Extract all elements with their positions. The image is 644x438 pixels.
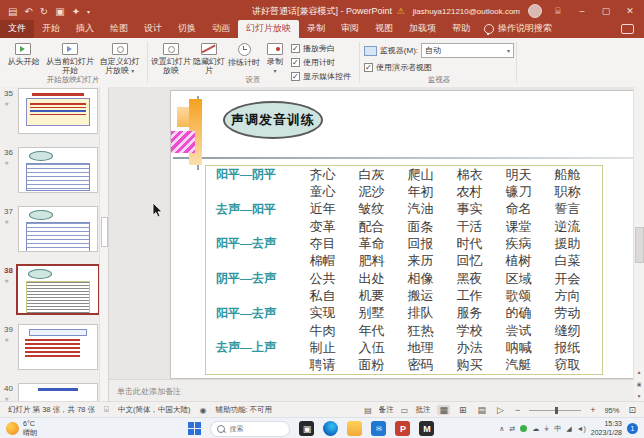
custom-slideshow-button[interactable]: 自定义幻灯片放映 ▾	[97, 41, 142, 75]
minimize-button[interactable]: –	[574, 6, 590, 16]
notes-pane[interactable]: 单击此处添加备注	[109, 379, 634, 402]
spell-check-icon[interactable]: ⌻	[104, 405, 109, 415]
record-button[interactable]: 录制▾	[263, 41, 287, 75]
powerpoint-taskbar-icon[interactable]: P	[395, 421, 410, 436]
mail-icon[interactable]: ✉	[371, 421, 386, 436]
slide-36-thumbnail[interactable]	[18, 147, 98, 193]
zoom-slider-thumb[interactable]	[555, 407, 558, 414]
word-cell: 棉衣	[445, 166, 494, 184]
security-icon[interactable]	[520, 425, 527, 432]
touch-mode-icon[interactable]: ✦	[72, 6, 80, 17]
tab-文件[interactable]: 文件	[0, 20, 34, 38]
scrollbar-thumb[interactable]	[635, 227, 644, 263]
comments-toggle[interactable]: 批注	[415, 405, 430, 415]
previous-slide-button[interactable]: ▲	[634, 369, 644, 375]
thumbnail-item: 38 ★	[0, 264, 108, 323]
close-button[interactable]: ✕	[622, 6, 638, 16]
reading-view-button[interactable]: ▤	[475, 405, 488, 415]
notes-toggle[interactable]: 备注	[379, 405, 394, 415]
rehearse-timings-button[interactable]: 排练计时	[227, 41, 261, 67]
hidden-icons-chevron-icon[interactable]: ∧	[499, 425, 504, 433]
tab-帮助[interactable]: 帮助	[444, 20, 478, 38]
network-icon[interactable]: ◢	[566, 425, 571, 433]
word-cell: 泥沙	[347, 183, 396, 201]
tab-插入[interactable]: 插入	[68, 20, 102, 38]
word-cell: 私自	[298, 287, 347, 305]
tab-视图[interactable]: 视图	[367, 20, 401, 38]
language-indicator[interactable]: 中文(简体，中国大陆)	[118, 405, 191, 415]
account-email[interactable]: jiashuya121210@outlook.com	[413, 7, 520, 16]
weather-widget[interactable]: 6°C 晴朗	[0, 420, 156, 436]
tab-审阅[interactable]: 审阅	[333, 20, 367, 38]
play-narrations-checkbox[interactable]: 播放旁白	[291, 43, 351, 54]
ribbon: 从头开始 从当前幻灯片开始 自定义幻灯片放映 ▾ 开始放映幻灯片	[0, 38, 644, 88]
word-cell: 来历	[396, 252, 445, 270]
notification-badge[interactable]: 1	[627, 423, 638, 434]
redo-icon[interactable]: ↻	[40, 6, 48, 17]
decoration-horizontal-line	[173, 157, 633, 159]
ime-indicator[interactable]: 中	[554, 424, 561, 434]
tab-动画[interactable]: 动画	[204, 20, 238, 38]
tell-me-search[interactable]: 操作说明搜索	[498, 22, 552, 35]
avatar[interactable]	[528, 4, 542, 18]
media-app-icon[interactable]: M	[419, 421, 434, 436]
volume-icon[interactable]: ◄)	[577, 425, 586, 432]
slide-40-thumbnail[interactable]	[18, 383, 98, 401]
microphone-icon[interactable]: ⏚	[544, 425, 549, 433]
tab-绘图[interactable]: 绘图	[102, 20, 136, 38]
restore-button[interactable]: ▢	[598, 6, 614, 16]
hide-slide-button[interactable]: 隐藏幻灯片	[193, 41, 225, 75]
from-current-slide-button[interactable]: 从当前幻灯片开始	[45, 41, 96, 75]
tab-设计[interactable]: 设计	[136, 20, 170, 38]
scrollbar-thumb[interactable]	[101, 217, 108, 247]
zoom-out-button[interactable]: −	[513, 405, 522, 415]
tone-table[interactable]: 阳平—阴平齐心白灰爬山棉衣明天船舱童心泥沙年初农村镰刀职称去声—阳平近年皱纹汽油…	[205, 165, 603, 375]
task-view-icon[interactable]: ▣	[299, 421, 314, 436]
tab-录制[interactable]: 录制	[299, 20, 333, 38]
tab-幻灯片放映[interactable]: 幻灯片放映	[238, 20, 299, 38]
tab-加载项[interactable]: 加载项	[401, 20, 444, 38]
edge-browser-icon[interactable]	[323, 421, 338, 436]
fit-to-window-button[interactable]: ⊡	[626, 405, 638, 415]
word-cell: 工作	[445, 287, 494, 305]
multitask-icon[interactable]: ⇄	[509, 425, 515, 433]
slide-38-thumbnail-selected[interactable]	[16, 264, 100, 315]
accessibility-status[interactable]: 辅助功能: 不可用	[215, 405, 272, 415]
slides-button[interactable]: ▣	[634, 381, 644, 387]
tab-切换[interactable]: 切换	[170, 20, 204, 38]
start-button[interactable]	[188, 422, 201, 435]
zoom-in-button[interactable]: +	[588, 405, 597, 415]
custom-show-icon	[112, 43, 128, 55]
thumbnail-item: 37 ★	[0, 205, 108, 264]
slide-canvas[interactable]: 声调发音训练 阳平—阴平齐心白灰爬山棉衣明天船舱童心泥沙年初农村镰刀职称去声—阳…	[170, 90, 634, 379]
slide-35-thumbnail[interactable]	[18, 88, 98, 134]
slide-title-oval[interactable]: 声调发音训练	[223, 101, 323, 139]
tab-开始[interactable]: 开始	[34, 20, 68, 38]
onedrive-icon[interactable]: ☁	[532, 425, 539, 433]
zoom-level[interactable]: 95%	[604, 406, 619, 415]
undo-icon[interactable]: ↶	[24, 6, 32, 17]
slide-37-thumbnail[interactable]	[18, 206, 98, 252]
share-comment-icon[interactable]	[621, 24, 634, 34]
monitor-dropdown[interactable]: 自动 ▾	[421, 43, 514, 58]
ribbon-display-options-icon[interactable]: ⌸	[550, 6, 566, 17]
setup-slideshow-button[interactable]: 设置幻灯片放映	[151, 41, 191, 75]
file-explorer-icon[interactable]	[347, 421, 362, 436]
zoom-slider[interactable]	[529, 410, 581, 411]
thumbnail-scrollbar[interactable]	[99, 87, 108, 401]
use-presenter-view-checkbox[interactable]: 使用演示者视图	[364, 62, 514, 73]
slide-39-thumbnail[interactable]	[18, 324, 98, 370]
slide-sorter-view-button[interactable]: ⊞	[457, 405, 469, 415]
next-slide-button[interactable]: ▼	[634, 393, 644, 399]
taskbar-search[interactable]: 搜索	[210, 421, 290, 437]
taskbar-clock[interactable]: 15:33 2023/1/28	[591, 420, 622, 437]
slideshow-view-button[interactable]: ▷	[495, 405, 506, 415]
slide-scrollbar[interactable]: ▲ ▣ ▼	[633, 87, 644, 401]
normal-view-button[interactable]: ▦	[437, 405, 450, 415]
preview-icon[interactable]: ▣	[55, 6, 64, 17]
tone-label: 阳平—去声	[206, 305, 298, 322]
save-icon[interactable]: ▤	[8, 6, 17, 17]
from-beginning-button[interactable]: 从头开始	[4, 41, 43, 66]
customize-quick-access-chevron-icon[interactable]: ▾	[87, 8, 90, 15]
use-timings-checkbox[interactable]: 使用计时	[291, 57, 351, 68]
